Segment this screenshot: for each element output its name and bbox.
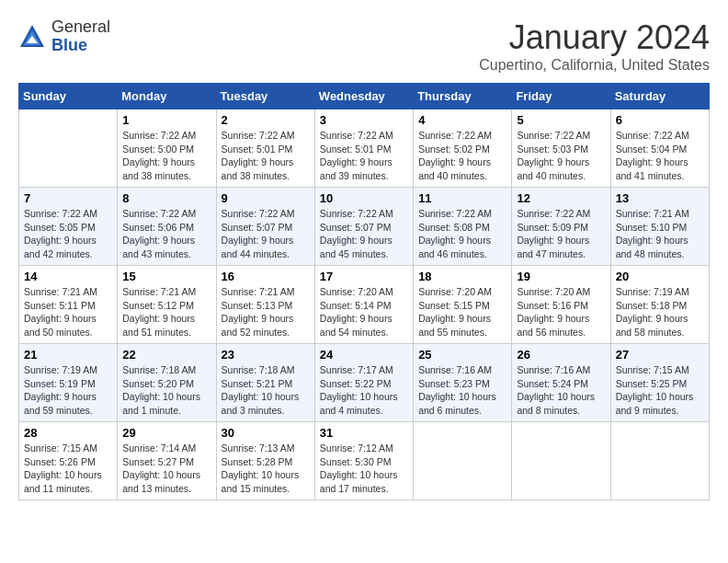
- day-number: 27: [616, 348, 704, 362]
- header-sunday: Sunday: [19, 84, 118, 109]
- day-info: Sunrise: 7:15 AMSunset: 5:26 PMDaylight:…: [24, 442, 112, 496]
- day-info: Sunrise: 7:22 AMSunset: 5:01 PMDaylight:…: [222, 129, 310, 183]
- day-cell: 24Sunrise: 7:17 AMSunset: 5:22 PMDayligh…: [314, 344, 413, 422]
- week-row-3: 21Sunrise: 7:19 AMSunset: 5:19 PMDayligh…: [19, 344, 710, 422]
- day-info: Sunrise: 7:19 AMSunset: 5:18 PMDaylight:…: [616, 285, 704, 339]
- day-number: 22: [122, 348, 210, 362]
- day-cell: 12Sunrise: 7:22 AMSunset: 5:09 PMDayligh…: [512, 188, 610, 266]
- day-info: Sunrise: 7:21 AMSunset: 5:11 PMDaylight:…: [24, 285, 112, 339]
- header-wednesday: Wednesday: [314, 84, 413, 109]
- day-number: 26: [517, 348, 605, 362]
- header-friday: Friday: [512, 84, 610, 109]
- day-cell: 27Sunrise: 7:15 AMSunset: 5:25 PMDayligh…: [610, 344, 709, 422]
- day-number: 2: [222, 113, 310, 127]
- day-info: Sunrise: 7:22 AMSunset: 5:07 PMDaylight:…: [320, 207, 408, 261]
- day-cell: 26Sunrise: 7:16 AMSunset: 5:24 PMDayligh…: [512, 344, 610, 422]
- day-cell: 6Sunrise: 7:22 AMSunset: 5:04 PMDaylight…: [610, 109, 709, 188]
- day-cell: 22Sunrise: 7:18 AMSunset: 5:20 PMDayligh…: [118, 344, 216, 422]
- day-info: Sunrise: 7:18 AMSunset: 5:21 PMDaylight:…: [222, 363, 310, 418]
- day-info: Sunrise: 7:21 AMSunset: 5:10 PMDaylight:…: [616, 207, 704, 261]
- day-number: 5: [517, 113, 605, 127]
- day-number: 1: [122, 113, 210, 127]
- day-number: 9: [222, 191, 310, 205]
- day-cell: 3Sunrise: 7:22 AMSunset: 5:01 PMDaylight…: [314, 109, 413, 188]
- day-cell: 14Sunrise: 7:21 AMSunset: 5:11 PMDayligh…: [19, 266, 118, 344]
- day-cell: 17Sunrise: 7:20 AMSunset: 5:14 PMDayligh…: [314, 266, 413, 344]
- day-cell: 28Sunrise: 7:15 AMSunset: 5:26 PMDayligh…: [19, 422, 118, 500]
- day-number: 20: [616, 270, 704, 283]
- day-number: 4: [418, 113, 506, 127]
- day-info: Sunrise: 7:16 AMSunset: 5:24 PMDaylight:…: [517, 363, 605, 418]
- day-cell: 16Sunrise: 7:21 AMSunset: 5:13 PMDayligh…: [216, 266, 314, 344]
- day-cell: 19Sunrise: 7:20 AMSunset: 5:16 PMDayligh…: [512, 266, 610, 344]
- day-info: Sunrise: 7:22 AMSunset: 5:07 PMDaylight:…: [222, 207, 310, 261]
- day-info: Sunrise: 7:21 AMSunset: 5:13 PMDaylight:…: [222, 285, 310, 339]
- day-number: 17: [320, 270, 408, 283]
- day-info: Sunrise: 7:12 AMSunset: 5:30 PMDaylight:…: [320, 442, 408, 496]
- logo-icon: [18, 23, 46, 51]
- day-number: 19: [517, 270, 605, 283]
- day-info: Sunrise: 7:22 AMSunset: 5:05 PMDaylight:…: [24, 207, 112, 261]
- day-cell: 8Sunrise: 7:22 AMSunset: 5:06 PMDaylight…: [118, 188, 216, 266]
- header-thursday: Thursday: [414, 84, 512, 109]
- day-cell: 15Sunrise: 7:21 AMSunset: 5:12 PMDayligh…: [118, 266, 216, 344]
- logo-blue: Blue: [51, 37, 110, 55]
- day-number: 7: [24, 191, 112, 205]
- day-info: Sunrise: 7:13 AMSunset: 5:28 PMDaylight:…: [222, 442, 310, 496]
- day-number: 24: [320, 348, 408, 362]
- day-info: Sunrise: 7:22 AMSunset: 5:09 PMDaylight:…: [517, 207, 605, 261]
- day-number: 11: [418, 191, 506, 205]
- day-cell: 21Sunrise: 7:19 AMSunset: 5:19 PMDayligh…: [19, 344, 118, 422]
- day-number: 6: [616, 113, 704, 127]
- day-cell: 1Sunrise: 7:22 AMSunset: 5:00 PMDaylight…: [118, 109, 216, 188]
- day-cell: 2Sunrise: 7:22 AMSunset: 5:01 PMDaylight…: [216, 109, 314, 188]
- day-number: 12: [517, 191, 605, 205]
- day-cell: [512, 422, 610, 500]
- day-number: 31: [320, 426, 408, 440]
- day-number: 16: [222, 270, 310, 283]
- week-row-2: 14Sunrise: 7:21 AMSunset: 5:11 PMDayligh…: [19, 266, 710, 344]
- title-area: January 2024 Cupertino, California, Unit…: [479, 18, 710, 74]
- day-info: Sunrise: 7:22 AMSunset: 5:00 PMDaylight:…: [122, 129, 210, 183]
- day-number: 25: [418, 348, 506, 362]
- location: Cupertino, California, United States: [479, 57, 710, 74]
- day-cell: 30Sunrise: 7:13 AMSunset: 5:28 PMDayligh…: [216, 422, 314, 500]
- day-cell: 4Sunrise: 7:22 AMSunset: 5:02 PMDaylight…: [414, 109, 512, 188]
- calendar-body: 1Sunrise: 7:22 AMSunset: 5:00 PMDaylight…: [19, 109, 710, 500]
- logo: General Blue: [18, 18, 110, 55]
- day-number: 18: [418, 270, 506, 283]
- logo-general: General: [51, 18, 110, 37]
- day-cell: [610, 422, 709, 500]
- day-cell: 31Sunrise: 7:12 AMSunset: 5:30 PMDayligh…: [314, 422, 413, 500]
- day-number: 10: [320, 191, 408, 205]
- week-row-4: 28Sunrise: 7:15 AMSunset: 5:26 PMDayligh…: [19, 422, 710, 500]
- day-number: 15: [122, 270, 210, 283]
- day-number: 14: [24, 270, 112, 283]
- header-saturday: Saturday: [610, 84, 709, 109]
- header-monday: Monday: [118, 84, 216, 109]
- day-cell: 20Sunrise: 7:19 AMSunset: 5:18 PMDayligh…: [610, 266, 709, 344]
- day-cell: [414, 422, 512, 500]
- day-number: 21: [24, 348, 112, 362]
- day-cell: 7Sunrise: 7:22 AMSunset: 5:05 PMDaylight…: [19, 188, 118, 266]
- day-info: Sunrise: 7:22 AMSunset: 5:03 PMDaylight:…: [517, 129, 605, 183]
- day-info: Sunrise: 7:14 AMSunset: 5:27 PMDaylight:…: [122, 442, 210, 496]
- day-cell: 13Sunrise: 7:21 AMSunset: 5:10 PMDayligh…: [610, 188, 709, 266]
- calendar-table: SundayMondayTuesdayWednesdayThursdayFrid…: [18, 83, 710, 500]
- day-info: Sunrise: 7:20 AMSunset: 5:14 PMDaylight:…: [320, 285, 408, 339]
- day-number: 13: [616, 191, 704, 205]
- day-number: 28: [24, 426, 112, 440]
- day-info: Sunrise: 7:21 AMSunset: 5:12 PMDaylight:…: [122, 285, 210, 339]
- day-info: Sunrise: 7:22 AMSunset: 5:02 PMDaylight:…: [418, 129, 506, 183]
- week-row-0: 1Sunrise: 7:22 AMSunset: 5:00 PMDaylight…: [19, 109, 710, 188]
- day-cell: [19, 109, 118, 188]
- day-cell: 11Sunrise: 7:22 AMSunset: 5:08 PMDayligh…: [414, 188, 512, 266]
- day-number: 3: [320, 113, 408, 127]
- day-number: 23: [222, 348, 310, 362]
- day-number: 30: [222, 426, 310, 440]
- day-cell: 5Sunrise: 7:22 AMSunset: 5:03 PMDaylight…: [512, 109, 610, 188]
- day-info: Sunrise: 7:22 AMSunset: 5:06 PMDaylight:…: [122, 207, 210, 261]
- day-info: Sunrise: 7:18 AMSunset: 5:20 PMDaylight:…: [122, 363, 210, 418]
- day-cell: 23Sunrise: 7:18 AMSunset: 5:21 PMDayligh…: [216, 344, 314, 422]
- week-row-1: 7Sunrise: 7:22 AMSunset: 5:05 PMDaylight…: [19, 188, 710, 266]
